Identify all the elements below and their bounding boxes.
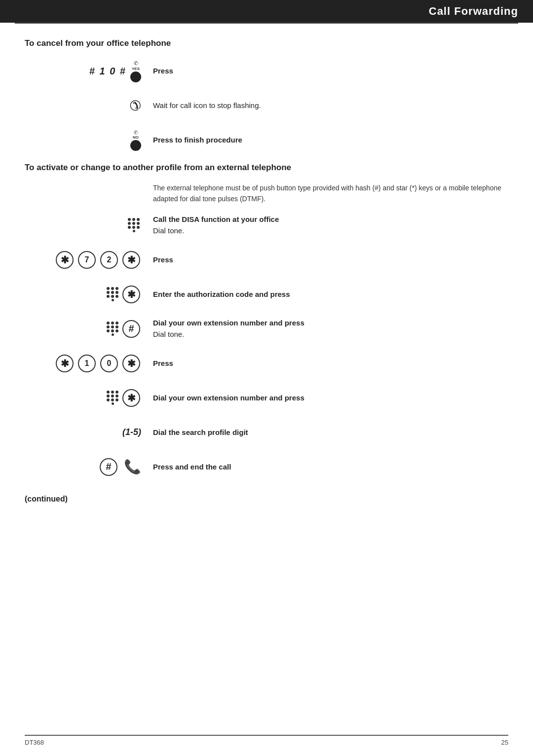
step-2-7-icon: (1-5) xyxy=(25,427,153,437)
parens-1-5: (1-5) xyxy=(122,427,141,437)
key-hash-end: # xyxy=(100,458,117,476)
keypad-icon xyxy=(128,218,140,232)
keypad-star-combo-1: ✱ xyxy=(107,286,141,303)
keypad-hash-combo: # xyxy=(107,320,141,338)
step-1-3-icon: ✆ NO xyxy=(25,130,153,151)
step-2-6-icon: ✱ xyxy=(25,389,153,407)
step-1-1-text: Press xyxy=(153,66,508,77)
section1-title: To cancel from your office telephone xyxy=(25,38,508,48)
step-2-6-text: Dial your own extension number and press xyxy=(153,393,508,404)
step-2-2: ✱ 7 2 ✱ Press xyxy=(25,247,508,273)
end-call-icon: 📞 xyxy=(124,459,141,475)
step-2-4-icon: # xyxy=(25,320,153,338)
code-hash10hash: # 1 0 # xyxy=(89,66,126,77)
step-2-5: ✱ 1 0 ✱ Press xyxy=(25,351,508,376)
keys-star-7-2-star: ✱ 7 2 ✱ xyxy=(55,251,141,269)
step-2-8-text: Press and end the call xyxy=(153,462,508,473)
step-2-2-icon: ✱ 7 2 ✱ xyxy=(25,251,153,269)
key-7: 7 xyxy=(78,251,96,269)
key-star-right-2: ✱ xyxy=(122,355,140,372)
footer-right: 25 xyxy=(501,739,508,746)
step-2-4-sub: Dial tone. xyxy=(153,330,184,338)
page-header: Call Forwarding xyxy=(0,0,533,23)
section2-title: To activate or change to another profile… xyxy=(25,163,508,173)
continued-label: (continued) xyxy=(25,495,508,504)
step-2-1-bold: Call the DISA function at your office xyxy=(153,215,279,223)
key-star-left-2: ✱ xyxy=(56,355,74,372)
step-2-7: (1-5) Dial the search profile digit xyxy=(25,420,508,445)
section2-intro: The external telephone must be of push b… xyxy=(153,182,508,205)
keypad-star-combo-2: ✱ xyxy=(107,389,141,407)
step-2-8-icon: # 📞 xyxy=(25,458,153,476)
yes-label: YES xyxy=(132,67,140,71)
main-content: To cancel from your office telephone # 1… xyxy=(0,24,533,533)
key-star-ext2: ✱ xyxy=(122,389,140,407)
page-footer: DT368 25 xyxy=(25,735,508,746)
keypad-icon-3 xyxy=(107,322,119,336)
step-1-1: # 1 0 # ✆ YES Press xyxy=(25,58,508,84)
step-2-1-icon xyxy=(25,218,153,232)
step-2-4: # Dial your own extension number and pre… xyxy=(25,316,508,342)
key-1: 1 xyxy=(78,355,96,372)
hash-endcall-seq: # 📞 xyxy=(99,458,141,476)
yes-button-icon: ✆ YES xyxy=(130,60,141,82)
key-star-right: ✱ xyxy=(122,251,140,269)
step-2-4-bold: Dial your own extension number and press xyxy=(153,319,305,327)
step-2-7-text: Dial the search profile digit xyxy=(153,427,508,438)
key-2: 2 xyxy=(100,251,118,269)
step-2-1-sub: Dial tone. xyxy=(153,226,184,235)
no-button-icon: ✆ NO xyxy=(130,130,141,151)
key-star-auth: ✱ xyxy=(122,286,140,303)
step-2-3: ✱ Enter the authorization code and press xyxy=(25,282,508,307)
no-phone-icon: ✆ xyxy=(134,130,138,135)
step-1-2-text: Wait for call icon to stop flashing. xyxy=(153,100,508,111)
step-1-2-icon: ✆ xyxy=(25,98,153,114)
step-2-8: # 📞 Press and end the call xyxy=(25,454,508,480)
step-2-6: ✱ Dial your own extension number and pre… xyxy=(25,385,508,411)
key-star-left: ✱ xyxy=(56,251,74,269)
step-1-1-icon: # 1 0 # ✆ YES xyxy=(25,60,153,82)
header-title: Call Forwarding xyxy=(429,5,518,17)
no-label: NO xyxy=(133,135,139,140)
step-1-3: ✆ NO Press to finish procedure xyxy=(25,127,508,153)
step-2-1-text: Call the DISA function at your office Di… xyxy=(153,214,508,236)
step-2-5-text: Press xyxy=(153,358,508,369)
key-hash-ext: # xyxy=(122,320,140,338)
step-2-3-icon: ✱ xyxy=(25,286,153,303)
key-0: 0 xyxy=(100,355,118,372)
keypad-icon-2 xyxy=(107,287,119,301)
step-2-5-icon: ✱ 1 0 ✱ xyxy=(25,355,153,372)
step-2-4-text: Dial your own extension number and press… xyxy=(153,318,508,340)
handset-icon: ✆ xyxy=(130,98,141,114)
step-1-2: ✆ Wait for call icon to stop flashing. xyxy=(25,93,508,118)
phone-tiny-icon: ✆ xyxy=(134,60,138,67)
step-1-3-text: Press to finish procedure xyxy=(153,135,508,146)
keypad-icon-4 xyxy=(107,391,119,405)
yes-circle xyxy=(130,72,141,82)
footer-left: DT368 xyxy=(25,739,44,746)
no-circle xyxy=(130,140,141,151)
step-2-2-text: Press xyxy=(153,254,508,266)
step-2-1: Call the DISA function at your office Di… xyxy=(25,213,508,238)
keys-star-1-0-star: ✱ 1 0 ✱ xyxy=(55,355,141,372)
step-2-3-text: Enter the authorization code and press xyxy=(153,289,508,300)
